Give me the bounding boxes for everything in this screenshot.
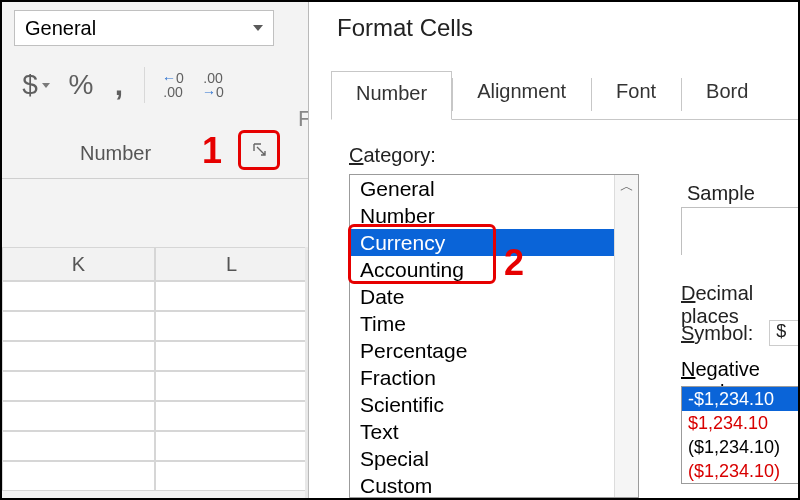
chevron-up-icon[interactable]: ︿ <box>615 175 638 199</box>
dollar-icon: $ <box>22 69 38 101</box>
cell[interactable] <box>155 461 308 491</box>
percent-icon: % <box>69 69 94 101</box>
cell[interactable] <box>155 401 308 431</box>
ribbon-number-group: General $ % , ←0 .00 .00 →0 Nu <box>2 2 308 498</box>
cell[interactable] <box>2 281 155 311</box>
category-item-custom[interactable]: Custom <box>350 472 614 498</box>
cell[interactable] <box>155 431 308 461</box>
category-item-fraction[interactable]: Fraction <box>350 364 614 391</box>
cell[interactable] <box>155 281 308 311</box>
tab-number[interactable]: Number <box>331 71 452 120</box>
cell[interactable] <box>2 371 155 401</box>
decrease-decimal-button[interactable]: .00 →0 <box>193 62 233 108</box>
tab-alignment[interactable]: Alignment <box>453 70 591 119</box>
negative-option-2[interactable]: ($1,234.10) <box>682 435 800 459</box>
category-item-general[interactable]: General <box>350 175 614 202</box>
dialog-tabs: Number Alignment Font Bord <box>331 70 798 120</box>
cell[interactable] <box>2 461 155 491</box>
screenshot-root: General $ % , ←0 .00 .00 →0 Nu <box>0 0 800 500</box>
tab-border[interactable]: Bord <box>682 70 773 119</box>
annotation-number-1: 1 <box>202 130 222 172</box>
chevron-down-icon <box>253 25 263 31</box>
annotation-box-1 <box>238 130 280 170</box>
separator <box>144 67 145 103</box>
number-buttons-row: $ % , ←0 .00 .00 →0 <box>12 62 298 108</box>
sample-preview <box>681 207 800 255</box>
cell[interactable] <box>155 341 308 371</box>
category-item-special[interactable]: Special <box>350 445 614 472</box>
tab-font[interactable]: Font <box>592 70 681 119</box>
annotation-number-2: 2 <box>504 242 524 284</box>
symbol-dropdown[interactable]: $ <box>769 320 800 346</box>
negative-numbers-listbox[interactable]: -$1,234.10 $1,234.10 ($1,234.10) ($1,234… <box>681 386 800 484</box>
scrollbar[interactable]: ︿ <box>614 175 638 497</box>
number-format-value: General <box>25 17 96 40</box>
negative-option-0[interactable]: -$1,234.10 <box>682 387 800 411</box>
category-label: Category: <box>349 144 436 167</box>
comma-style-button[interactable]: , <box>102 62 136 108</box>
number-format-dropdown[interactable]: General <box>14 10 274 46</box>
dialog-title: Format Cells <box>337 14 473 42</box>
cell[interactable] <box>2 311 155 341</box>
category-item-time[interactable]: Time <box>350 310 614 337</box>
category-listbox[interactable]: General Number Currency Accounting Date … <box>349 174 639 498</box>
annotation-box-2 <box>348 224 496 284</box>
negative-option-1[interactable]: $1,234.10 <box>682 411 800 435</box>
separator <box>2 178 308 179</box>
decrease-decimal-icon: .00 <box>203 71 222 85</box>
category-item-percentage[interactable]: Percentage <box>350 337 614 364</box>
column-header-l[interactable]: L <box>155 247 308 281</box>
cell[interactable] <box>2 341 155 371</box>
cell[interactable] <box>155 311 308 341</box>
cell[interactable] <box>155 371 308 401</box>
sample-label: Sample <box>687 182 755 205</box>
worksheet-grid[interactable]: K L <box>2 247 308 491</box>
category-item-text[interactable]: Text <box>350 418 614 445</box>
cell[interactable] <box>2 401 155 431</box>
percent-style-button[interactable]: % <box>60 62 102 108</box>
accounting-format-button[interactable]: $ <box>12 62 60 108</box>
chevron-down-icon <box>42 83 50 88</box>
ribbon-group-label: Number <box>80 142 151 165</box>
column-header-k[interactable]: K <box>2 247 155 281</box>
increase-decimal-button[interactable]: ←0 .00 <box>153 62 193 108</box>
comma-icon: , <box>115 68 123 102</box>
increase-decimal-icon: ←0 <box>162 71 184 85</box>
cell[interactable] <box>2 431 155 461</box>
category-item-scientific[interactable]: Scientific <box>350 391 614 418</box>
symbol-label: Symbol: <box>681 322 753 345</box>
symbol-row: Symbol: $ <box>681 320 800 346</box>
negative-option-3[interactable]: ($1,234.10) <box>682 459 800 483</box>
category-item-date[interactable]: Date <box>350 283 614 310</box>
